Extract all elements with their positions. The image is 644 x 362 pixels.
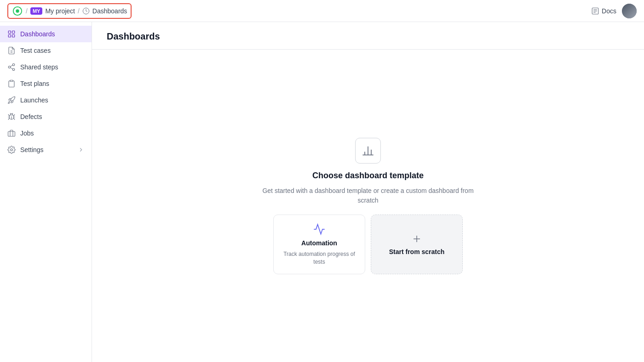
svg-rect-19 <box>8 131 15 136</box>
share-icon <box>7 63 16 71</box>
svg-line-16 <box>10 68 12 69</box>
svg-point-1 <box>16 9 19 12</box>
template-card-automation[interactable]: Automation Track automation progress of … <box>273 215 365 274</box>
automation-card-desc: Track automation progress of tests <box>281 250 357 266</box>
user-avatar[interactable] <box>622 4 637 18</box>
sidebar-label-test-cases: Test cases <box>20 47 84 54</box>
sidebar-label-defects: Defects <box>20 113 84 120</box>
choose-template-title: Choose dashboard template <box>312 171 424 181</box>
breadcrumb-sep-1: / <box>26 7 28 15</box>
breadcrumb-sep-2: / <box>78 7 80 15</box>
grid-icon <box>7 30 16 38</box>
choose-template-section: Choose dashboard template Get started wi… <box>253 138 483 274</box>
automation-card-title: Automation <box>301 239 337 247</box>
main-content: Dashboards Choose dashboard template Get… <box>92 22 644 362</box>
bar-chart-icon <box>362 144 374 157</box>
dashboard-icon-wrapper <box>355 138 381 164</box>
svg-rect-10 <box>12 35 15 37</box>
choose-template-subtitle: Get started with a dashboard template or… <box>253 186 483 205</box>
svg-rect-9 <box>8 35 11 37</box>
sidebar-label-dashboards: Dashboards <box>20 30 84 38</box>
sidebar-item-launches[interactable]: Launches <box>0 92 92 108</box>
sidebar-label-test-plans: Test plans <box>20 80 84 87</box>
sidebar: Dashboards Test cases Shared steps Test … <box>0 22 92 362</box>
dashboard-breadcrumb-icon <box>82 7 90 15</box>
bug-icon <box>7 113 16 121</box>
header: / MY My project / Dashboards Docs <box>0 0 644 22</box>
svg-point-14 <box>8 66 11 68</box>
chart-line-icon <box>313 223 326 236</box>
file-icon <box>7 46 16 55</box>
header-left: / MY My project / Dashboards <box>7 3 132 19</box>
sidebar-item-dashboards[interactable]: Dashboards <box>0 26 92 42</box>
template-card-scratch[interactable]: Start from scratch <box>371 215 463 274</box>
sidebar-item-test-plans[interactable]: Test plans <box>0 75 92 92</box>
sidebar-item-shared-steps[interactable]: Shared steps <box>0 59 92 75</box>
docs-label: Docs <box>602 7 616 15</box>
template-cards: Automation Track automation progress of … <box>273 215 463 274</box>
settings-chevron-icon <box>78 147 84 153</box>
sidebar-label-settings: Settings <box>20 146 73 153</box>
docs-link[interactable]: Docs <box>591 7 616 15</box>
clipboard-icon <box>7 79 16 88</box>
project-badge: MY <box>30 7 43 15</box>
svg-point-20 <box>11 149 13 151</box>
scratch-card-title: Start from scratch <box>389 248 445 255</box>
svg-point-15 <box>12 68 15 71</box>
rocket-icon <box>7 96 16 104</box>
sidebar-item-jobs[interactable]: Jobs <box>0 125 92 141</box>
svg-rect-7 <box>8 31 11 33</box>
dashboard-content: Choose dashboard template Get started wi… <box>92 50 644 362</box>
svg-rect-18 <box>10 80 13 82</box>
sidebar-label-jobs: Jobs <box>20 130 84 137</box>
breadcrumb-current-page: Dashboards <box>92 7 127 15</box>
briefcase-icon <box>7 129 16 137</box>
app-layout: Dashboards Test cases Shared steps Test … <box>0 22 644 362</box>
settings-icon <box>7 146 16 154</box>
sidebar-label-shared-steps: Shared steps <box>20 63 84 71</box>
sidebar-item-test-cases[interactable]: Test cases <box>0 42 92 59</box>
page-title: Dashboards <box>107 31 629 49</box>
plus-icon <box>411 233 422 244</box>
project-name[interactable]: My project <box>45 7 75 15</box>
docs-icon <box>591 7 599 15</box>
header-right: Docs <box>591 4 637 18</box>
avatar-image <box>622 4 637 18</box>
sidebar-item-settings[interactable]: Settings <box>0 141 92 158</box>
breadcrumb: / MY My project / Dashboards <box>7 3 132 19</box>
svg-rect-8 <box>12 31 15 33</box>
sidebar-item-defects[interactable]: Defects <box>0 108 92 125</box>
app-logo-icon <box>12 6 23 17</box>
sidebar-label-launches: Launches <box>20 96 84 104</box>
svg-point-13 <box>12 64 15 66</box>
svg-line-17 <box>10 65 12 67</box>
main-header: Dashboards <box>92 22 644 50</box>
